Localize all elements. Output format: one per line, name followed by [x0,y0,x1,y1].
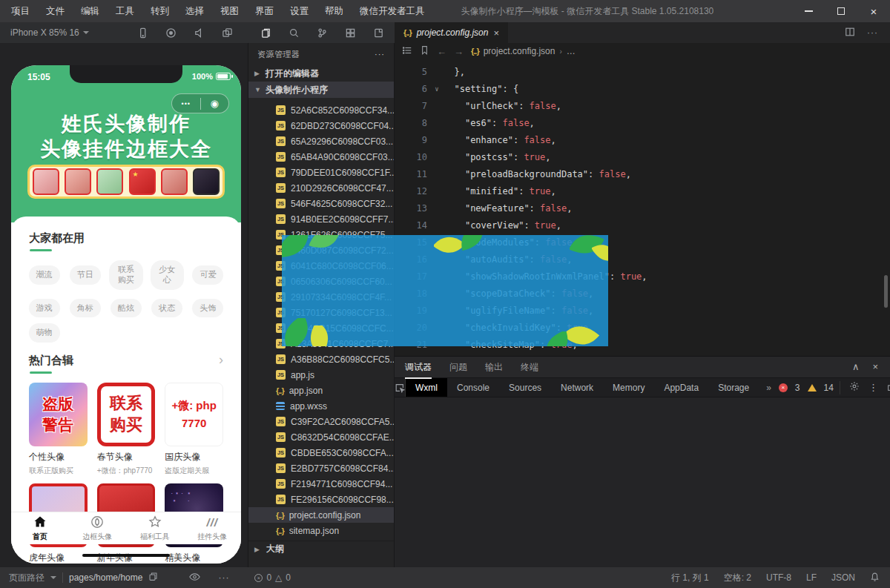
git-icon[interactable] [309,22,337,43]
debugger-tab[interactable]: 终端 [521,361,538,374]
avatar-thumb[interactable] [33,168,59,195]
file-item[interactable]: project.config.json [248,507,394,523]
menu-item[interactable]: 视图 [212,5,247,18]
chevron-right-icon[interactable]: › [219,353,223,366]
category-chip[interactable]: 联系购买 [109,260,142,290]
devtools-tab[interactable]: Network [551,378,603,397]
file-item[interactable]: C39F2CA2C6098CCFA5... [248,414,394,429]
collection-card[interactable]: 盗版 警告 个性头像 联系正版购买 [29,383,88,476]
file-item[interactable]: 914B0EE2C6098CCFF7... [248,211,394,227]
close-panel-icon[interactable]: × [872,361,878,372]
category-chip[interactable]: 少女心 [151,260,184,290]
file-item[interactable]: 65AB4A90C6098CCF03... [248,149,394,165]
devtools-tab[interactable]: AppData [654,378,708,397]
editor-scrollbar[interactable] [884,275,888,308]
mute-icon[interactable] [185,22,214,43]
explorer-more-icon[interactable]: ··· [375,50,385,59]
file-item[interactable]: 210D2926C6098CCF47... [248,180,394,196]
category-chip[interactable]: 节日 [70,265,101,285]
cursor-position[interactable]: 行 1, 列 1 [671,572,709,584]
menu-item[interactable]: 设置 [282,5,317,18]
tab-pendant-avatar[interactable]: /// 挂件头像 [184,515,242,542]
devtools-tab[interactable]: Console [447,378,499,397]
menu-item[interactable]: 编辑 [73,5,108,18]
details-panel-icon[interactable] [365,22,393,43]
error-count[interactable]: 3 [795,383,800,393]
avatar-thumb[interactable] [96,168,123,195]
menu-item[interactable]: 选择 [177,5,212,18]
split-editor-icon[interactable] [845,27,855,39]
bell-icon[interactable] [870,572,880,584]
category-chip[interactable]: 酷炫 [111,299,142,318]
file-item[interactable]: app.json [248,383,394,398]
settings-gear-icon[interactable] [849,381,860,394]
error-badge-icon[interactable]: × [779,383,788,392]
file-item[interactable]: app.wxss [248,398,394,414]
file-item[interactable]: 52A6C852C6098CCF34... [248,102,394,118]
devtools-tab[interactable]: Storage [708,378,759,397]
debugger-tab[interactable]: 问题 [449,361,467,374]
category-chip[interactable]: 可爱 [192,265,223,285]
devtools-tab[interactable]: Wxml [406,378,447,397]
menu-item[interactable]: 界面 [247,5,282,18]
minimize-button[interactable] [792,0,825,22]
file-item[interactable]: 65A29296C6098CCF03... [248,133,394,149]
file-item[interactable]: 62DBD273C6098CCF04... [248,118,394,133]
warning-count[interactable]: 14 [824,383,834,393]
page-path-label[interactable]: 页面路径 [9,572,44,584]
file-item[interactable]: FE296156C6098CCF98... [248,492,394,507]
category-chip[interactable]: 潮流 [29,265,60,285]
back-icon[interactable]: ← [437,46,446,57]
category-chip[interactable]: 角标 [70,299,101,318]
record-icon[interactable] [157,22,185,43]
avatar-thumb[interactable] [193,168,220,195]
devtools-tab[interactable]: Sources [499,378,551,397]
files-panel-icon[interactable] [252,22,280,43]
category-chip[interactable]: 状态 [151,299,182,318]
devtools-content[interactable] [395,397,890,566]
menu-item[interactable]: 帮助 [317,5,352,18]
encoding[interactable]: UTF-8 [766,572,791,583]
windows-icon[interactable] [214,22,242,43]
close-button[interactable]: × [857,0,890,22]
miniprogram-capsule[interactable]: ••• ◉ [171,93,229,113]
tab-project-config[interactable]: {..} project.config.json × [395,22,508,43]
device-selector[interactable]: iPhone X 85% 16 [0,22,99,43]
avatar-thumb[interactable] [129,168,156,195]
avatar-thumb[interactable] [65,168,91,195]
devtools-tab[interactable]: Memory [603,378,654,397]
menu-item[interactable]: 转到 [142,5,177,18]
language-mode[interactable]: JSON [831,572,855,583]
maximize-button[interactable] [825,0,857,22]
phone-icon[interactable] [129,22,157,43]
file-item[interactable]: E2BD7757C6098CCF84... [248,460,394,476]
menu-item[interactable]: 工具 [108,5,142,18]
capsule-menu-icon[interactable]: ••• [172,100,200,108]
menu-item[interactable]: 文件 [38,5,73,18]
file-item[interactable]: F2194771C6098CCF94... [248,476,394,492]
problems-summary[interactable]: × 0 △ 0 [254,572,291,583]
copy-path-icon[interactable] [148,572,158,584]
file-item[interactable]: app.js [248,367,394,383]
bookmark-icon[interactable] [420,45,429,57]
tab-border-avatar[interactable]: 边框头像 [69,515,127,542]
tab-close-icon[interactable]: × [493,27,499,39]
collection-card[interactable]: +微: php 7770 国庆头像 盗版定期关服 [165,383,223,476]
collection-card[interactable]: 联系 购买 春节头像 +微信：php7770 [97,383,156,476]
eye-icon[interactable] [189,572,200,584]
fold-chevron-icon[interactable]: ∨ [430,85,444,93]
menu-item[interactable]: 项目 [3,5,38,18]
category-chip[interactable]: 游戏 [29,299,60,318]
outline-list-icon[interactable] [402,45,412,58]
collapse-panel-icon[interactable]: ∧ [852,361,860,372]
extensions-icon[interactable] [337,22,365,43]
inspect-element-icon[interactable] [395,378,406,397]
project-root-section[interactable]: ▼ 头像制作小程序 [248,82,394,98]
file-item[interactable]: 79DDEE01C6098CCF1F... [248,165,394,180]
undock-icon[interactable] [887,382,890,394]
tab-home[interactable]: 首页 [11,515,69,542]
warning-badge-icon[interactable] [808,384,817,392]
file-item[interactable]: A36B88C2C6098CCFC5... [248,351,394,367]
file-item[interactable]: CBDBE653C6098CCFA... [248,445,394,460]
avatar-thumb[interactable] [161,168,188,195]
